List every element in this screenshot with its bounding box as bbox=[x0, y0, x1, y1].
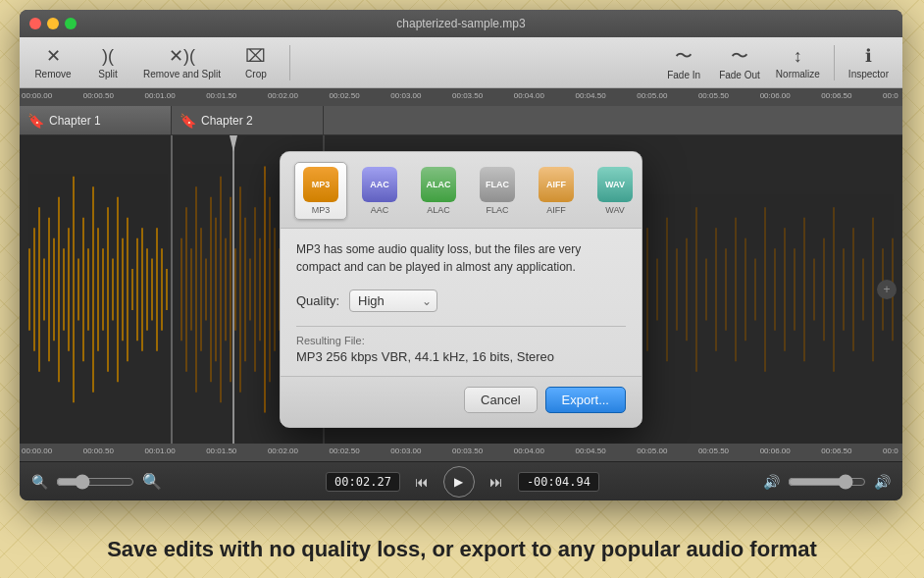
crop-button[interactable]: ⌧ Crop bbox=[231, 41, 282, 84]
title-bar: chapterized-sample.mp3 bbox=[20, 10, 902, 37]
remove-icon: ✕ bbox=[46, 45, 61, 67]
inspector-label: Inspector bbox=[848, 69, 889, 79]
ruler-marks-bottom: 00:00.00 00:00.50 00:01.00 00:01.50 00:0… bbox=[22, 444, 900, 461]
mp3-icon: MP3 bbox=[303, 167, 338, 202]
quality-label: Quality: bbox=[296, 293, 339, 308]
ruler-mark-b: 00:04.50 bbox=[575, 447, 605, 455]
rewind-button[interactable]: ⏮ bbox=[408, 468, 436, 496]
aiff-label: AIFF bbox=[546, 205, 566, 215]
ruler-mark-b: 00:05.50 bbox=[698, 447, 729, 455]
chapter-icon-1: 🔖 bbox=[27, 113, 44, 129]
close-button[interactable] bbox=[29, 18, 41, 29]
format-bar: MP3 MP3 AAC AAC ALAC ALAC FLAC FLAC bbox=[281, 152, 642, 229]
aac-label: AAC bbox=[371, 205, 389, 215]
dialog-body: MP3 has some audio quality loss, but the… bbox=[281, 229, 642, 376]
fade-in-button[interactable]: 〜 Fade In bbox=[658, 41, 709, 84]
zoom-in-icon: 🔍 bbox=[142, 472, 162, 491]
cancel-button[interactable]: Cancel bbox=[464, 387, 537, 413]
normalize-button[interactable]: ↕ Normalize bbox=[770, 41, 826, 84]
resulting-file-label: Resulting File: bbox=[296, 335, 626, 346]
aac-icon: AAC bbox=[362, 167, 397, 202]
ruler-mark-b: 00:02.00 bbox=[268, 447, 298, 455]
format-flac-button[interactable]: FLAC FLAC bbox=[471, 162, 524, 220]
ruler-mark: 00:04.50 bbox=[575, 91, 605, 100]
window-title: chapterized-sample.mp3 bbox=[396, 17, 525, 30]
ruler-marks-top: 00:00.00 00:00.50 00:01.00 00:01.50 00:0… bbox=[22, 88, 900, 106]
inspector-button[interactable]: ℹ Inspector bbox=[843, 41, 895, 84]
fast-forward-button[interactable]: ⏭ bbox=[483, 468, 510, 496]
inspector-icon: ℹ bbox=[865, 45, 872, 67]
remove-button[interactable]: ✕ Remove bbox=[27, 41, 78, 84]
zoom-slider[interactable] bbox=[56, 474, 134, 490]
flac-label: FLAC bbox=[486, 205, 508, 215]
fade-out-label: Fade Out bbox=[719, 70, 760, 80]
normalize-icon: ↕ bbox=[794, 46, 802, 67]
toolbar-separator-1 bbox=[289, 45, 290, 80]
format-alac-button[interactable]: ALAC ALAC bbox=[412, 162, 465, 220]
mp3-label: MP3 bbox=[312, 205, 331, 215]
crop-icon: ⌧ bbox=[245, 45, 266, 67]
ruler-mark-b: 00:00.00 bbox=[22, 447, 52, 455]
chapter-icon-2: 🔖 bbox=[180, 113, 196, 129]
ruler-mark-b: 00:00.50 bbox=[83, 447, 114, 455]
quality-select-wrapper: Low Medium High Very High bbox=[349, 289, 437, 312]
ruler-mark: 00:0 bbox=[883, 91, 898, 100]
chapter-label-1: Chapter 1 bbox=[49, 114, 101, 128]
traffic-lights bbox=[29, 18, 77, 29]
export-dialog: MP3 MP3 AAC AAC ALAC ALAC FLAC FLAC bbox=[280, 151, 642, 428]
chapter-item-1[interactable]: 🔖 Chapter 1 bbox=[20, 106, 172, 134]
remove-and-split-label: Remove and Split bbox=[143, 69, 221, 79]
ruler-mark-b: 00:0 bbox=[883, 447, 898, 455]
ruler-mark-b: 00:06.50 bbox=[821, 447, 851, 455]
remove-and-split-button[interactable]: ✕)( Remove and Split bbox=[137, 41, 227, 84]
format-mp3-button[interactable]: MP3 MP3 bbox=[294, 162, 347, 220]
format-aac-button[interactable]: AAC AAC bbox=[353, 162, 406, 220]
ruler-mark-b: 00:03.00 bbox=[390, 447, 421, 455]
ruler-mark: 00:00.50 bbox=[83, 91, 114, 100]
aiff-icon: AIFF bbox=[539, 167, 574, 202]
fade-out-button[interactable]: 〜 Fade Out bbox=[713, 41, 766, 84]
resulting-file-value: MP3 256 kbps VBR, 44.1 kHz, 16 bits, Ste… bbox=[296, 349, 626, 364]
minimize-button[interactable] bbox=[47, 18, 59, 29]
volume-slider[interactable] bbox=[788, 474, 866, 490]
format-aiff-button[interactable]: AIFF AIFF bbox=[530, 162, 583, 220]
maximize-button[interactable] bbox=[65, 18, 77, 29]
current-time-display: 00:02.27 bbox=[326, 472, 400, 492]
chapter-label-2: Chapter 2 bbox=[201, 114, 253, 128]
ruler-mark-b: 00:05.00 bbox=[637, 447, 667, 455]
export-button[interactable]: Export... bbox=[545, 387, 626, 413]
dialog-overlay: MP3 MP3 AAC AAC ALAC ALAC FLAC FLAC bbox=[20, 135, 902, 444]
fade-in-icon: 〜 bbox=[675, 44, 693, 68]
ruler-mark-b: 00:01.00 bbox=[144, 447, 175, 455]
zoom-out-icon: 🔍 bbox=[31, 474, 48, 490]
toolbar: ✕ Remove )( Split ✕)( Remove and Split ⌧… bbox=[20, 37, 902, 88]
ruler-mark: 00:04.00 bbox=[514, 91, 544, 100]
flac-icon: FLAC bbox=[480, 167, 515, 202]
ruler-mark: 00:06.50 bbox=[821, 91, 851, 100]
ruler-mark: 00:03.00 bbox=[390, 91, 421, 100]
normalize-label: Normalize bbox=[776, 69, 820, 79]
dialog-buttons: Cancel Export... bbox=[281, 376, 642, 427]
play-button[interactable]: ▶ bbox=[443, 466, 475, 498]
ruler-mark-b: 00:01.50 bbox=[206, 447, 236, 455]
remove-and-split-icon: ✕)( bbox=[169, 45, 195, 67]
waveform-area[interactable]: + MP3 MP3 AAC AAC ALAC ALAC bbox=[20, 135, 902, 444]
format-wav-button[interactable]: WAV WAV bbox=[589, 162, 642, 220]
chapter-item-2[interactable]: 🔖 Chapter 2 bbox=[172, 106, 324, 134]
ruler-mark: 00:06.00 bbox=[760, 91, 791, 100]
fade-in-label: Fade In bbox=[667, 70, 700, 80]
wav-label: WAV bbox=[605, 205, 625, 215]
ruler-mark-b: 00:03.50 bbox=[452, 447, 483, 455]
quality-select[interactable]: Low Medium High Very High bbox=[349, 289, 437, 312]
remove-label: Remove bbox=[34, 69, 71, 79]
format-description: MP3 has some audio quality loss, but the… bbox=[296, 240, 626, 276]
dialog-divider bbox=[296, 326, 626, 327]
ruler-mark: 00:01.50 bbox=[206, 91, 236, 100]
app-window: chapterized-sample.mp3 ✕ Remove )( Split… bbox=[20, 10, 902, 500]
volume-icon: 🔊 bbox=[763, 474, 780, 490]
ruler-mark: 00:01.00 bbox=[144, 91, 175, 100]
split-button[interactable]: )( Split bbox=[82, 41, 133, 84]
ruler-mark: 00:02.50 bbox=[330, 91, 360, 100]
ruler-mark: 00:05.50 bbox=[698, 91, 729, 100]
split-icon: )( bbox=[102, 46, 114, 67]
